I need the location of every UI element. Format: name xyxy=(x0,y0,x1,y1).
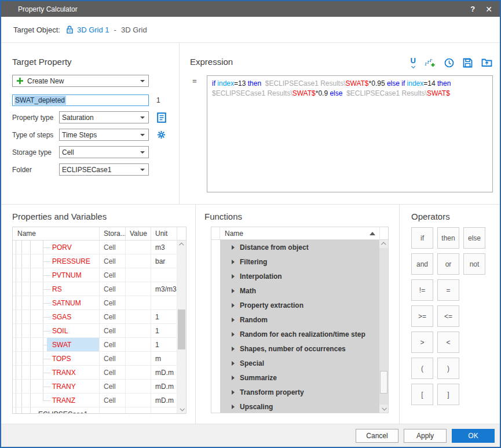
property-row-rs[interactable]: RSCellm3/m3 xyxy=(13,282,177,296)
function-category-summarize[interactable]: Summarize xyxy=(220,370,379,385)
operator-button-else[interactable]: else xyxy=(463,227,485,249)
property-row-sgas[interactable]: SGASCell1 xyxy=(13,310,177,324)
property-row-satnum[interactable]: SATNUMCell xyxy=(13,296,177,310)
expression-text[interactable]: if index=13 then $ECLIPSECase1 Results\S… xyxy=(207,75,493,192)
properties-scrollbar[interactable] xyxy=(177,241,186,413)
operator-button->[interactable]: > xyxy=(411,332,433,353)
type-of-steps-dropdown[interactable]: Time Steps xyxy=(59,129,149,141)
expression-token: if xyxy=(212,79,217,88)
template-list-icon[interactable] xyxy=(157,112,166,123)
property-row-tops[interactable]: TOPSCellm xyxy=(13,352,177,366)
property-row-pvtnum[interactable]: PVTNUMCell xyxy=(13,268,177,282)
operator-button-<[interactable]: < xyxy=(437,332,459,353)
create-new-dropdown[interactable]: Create New xyxy=(12,75,149,87)
gear-icon[interactable] xyxy=(157,130,166,139)
history-icon[interactable] xyxy=(444,58,454,68)
operator-button-or[interactable]: or xyxy=(437,253,459,275)
expand-icon xyxy=(232,260,235,264)
units-icon[interactable]: U xyxy=(411,57,416,68)
storage-type-dropdown[interactable]: Cell xyxy=(59,146,149,158)
target-object-type: 3D Grid xyxy=(121,26,147,34)
expression-token: then xyxy=(248,79,264,88)
functions-scrollbar-thumb[interactable] xyxy=(380,371,387,394)
target-object-name-link[interactable]: 3D Grid 1 xyxy=(77,26,109,34)
function-category-math[interactable]: Math xyxy=(220,283,379,298)
property-calculator-dialog: Property Calculator ? ✕ Target Object: 3… xyxy=(0,0,501,448)
function-category-random-for-each-realization-time-step[interactable]: Random for each realization/time step xyxy=(220,327,379,341)
expand-icon xyxy=(232,274,235,279)
property-row-clipped[interactable]: ECLIPSECase1 xyxy=(13,407,177,413)
property-name-input[interactable]: SWAT_depleted xyxy=(12,94,149,106)
cancel-button[interactable]: Cancel xyxy=(356,429,398,443)
scroll-up-icon[interactable] xyxy=(379,240,388,248)
operator-button-and[interactable]: and xyxy=(411,253,433,275)
column-header-value[interactable]: Value xyxy=(126,227,151,240)
property-row-tranx[interactable]: TRANXCellmD.m xyxy=(13,366,177,380)
function-category-property-extraction[interactable]: Property extraction xyxy=(220,298,379,312)
properties-heading: Properties and Variables xyxy=(12,212,195,221)
function-category-shapes-number-of-occurrences[interactable]: Shapes, number of occurrences xyxy=(220,341,379,356)
function-category-interpolation[interactable]: Interpolation xyxy=(220,269,379,283)
operator-button-!=[interactable]: != xyxy=(411,279,433,301)
scroll-up-icon[interactable] xyxy=(177,241,186,249)
column-header-name[interactable]: Name xyxy=(13,227,100,240)
function-category-distance-from-object[interactable]: Distance from object xyxy=(220,240,379,254)
target-object-label: Target Object: xyxy=(13,26,60,34)
property-row-swat[interactable]: SWATCell1 xyxy=(13,338,177,352)
property-count: 1 xyxy=(156,96,160,104)
operator-button->=[interactable]: >= xyxy=(411,305,433,327)
column-header-unit[interactable]: Unit xyxy=(151,227,177,240)
ok-button[interactable]: OK xyxy=(452,429,495,443)
column-header-storage[interactable]: Stora... xyxy=(100,227,126,240)
scroll-down-icon[interactable] xyxy=(177,405,186,413)
expression-toolbar: U xyxy=(411,57,492,68)
function-category-label: Math xyxy=(240,287,256,295)
expression-token: =13 xyxy=(234,79,248,88)
expand-icon xyxy=(232,376,235,380)
property-row-pressure[interactable]: PRESSURECellbar xyxy=(13,254,177,268)
save-icon[interactable] xyxy=(463,58,473,68)
property-type-label: Property type xyxy=(12,114,59,122)
unlock-icon[interactable] xyxy=(66,26,74,34)
expand-icon xyxy=(232,390,235,395)
function-category-upscaling[interactable]: Upscaling xyxy=(220,399,379,413)
operator-button-][interactable]: ] xyxy=(437,384,459,405)
expression-token: if xyxy=(401,79,407,88)
folder-value: ECLIPSECase1 xyxy=(62,166,111,174)
property-row-trany[interactable]: TRANYCellmD.m xyxy=(13,380,177,394)
function-category-transform-property[interactable]: Transform property xyxy=(220,385,379,399)
operator-button-<=[interactable]: <= xyxy=(437,305,459,327)
scroll-down-icon[interactable] xyxy=(379,405,388,413)
operator-button-not[interactable]: not xyxy=(463,253,485,275)
properties-scrollbar-thumb[interactable] xyxy=(178,309,185,349)
function-category-special[interactable]: Special xyxy=(220,356,379,370)
operator-button-([interactable]: ( xyxy=(411,358,433,379)
apply-button[interactable]: Apply xyxy=(404,429,447,443)
operator-button-if[interactable]: if xyxy=(411,227,433,249)
operator-button-[[interactable]: [ xyxy=(411,384,433,405)
operator-button-)[interactable]: ) xyxy=(437,358,459,379)
expression-token: index xyxy=(217,79,234,88)
plus-icon xyxy=(16,77,24,85)
functions-header-scroll-spacer xyxy=(379,227,388,239)
functions-scrollbar[interactable] xyxy=(379,240,388,413)
property-row-tranz[interactable]: TRANZCellmD.m xyxy=(13,394,177,407)
function-category-label: Transform property xyxy=(240,388,304,396)
expand-icon xyxy=(232,245,235,250)
property-type-dropdown[interactable]: Saturation xyxy=(59,111,149,123)
functions-table: Name Distance from objectFilteringInterp… xyxy=(211,227,389,413)
operators-panel: Operators ifthenelseandornot!==>=<=><()[… xyxy=(400,205,500,424)
property-row-soil[interactable]: SOILCell1 xyxy=(13,324,177,338)
folder-dropdown[interactable]: ECLIPSECase1 xyxy=(59,163,149,176)
property-row-porv[interactable]: PORVCellm3 xyxy=(13,241,177,254)
close-button[interactable]: ✕ xyxy=(485,5,492,14)
function-category-filtering[interactable]: Filtering xyxy=(220,254,379,269)
functions-column-header-name[interactable]: Name xyxy=(220,227,379,239)
operator-button-=[interactable]: = xyxy=(437,279,459,301)
add-histogram-icon[interactable] xyxy=(425,58,436,68)
open-folder-icon[interactable] xyxy=(481,58,492,67)
expand-icon xyxy=(232,361,235,366)
help-button[interactable]: ? xyxy=(470,5,475,13)
operator-button-then[interactable]: then xyxy=(437,227,459,249)
function-category-random[interactable]: Random xyxy=(220,312,379,327)
